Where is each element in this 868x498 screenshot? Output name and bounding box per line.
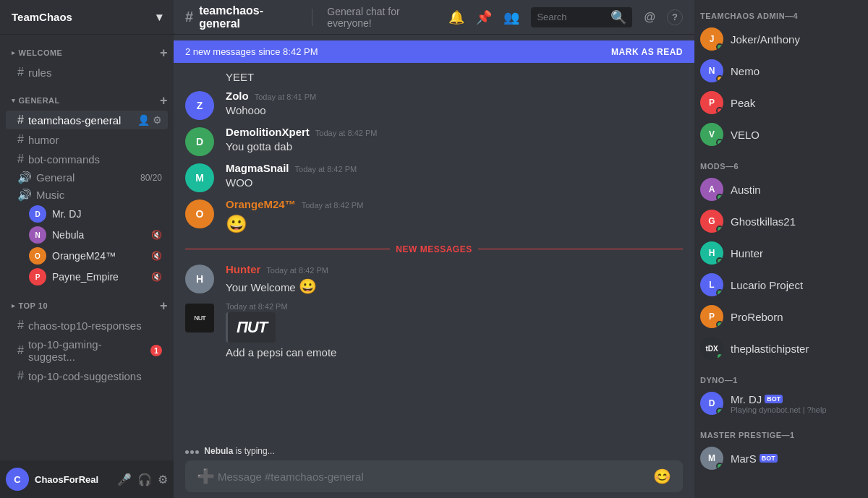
message-text: Wohooo bbox=[226, 103, 683, 119]
dyno-category: DYNO—1 bbox=[694, 364, 868, 387]
channel-title: # teamchaos-general bbox=[185, 4, 297, 30]
status-online-dot bbox=[716, 139, 723, 146]
member-avatar-plastic: tDX bbox=[700, 337, 723, 360]
muted-nebula-icon: 🔇 bbox=[151, 230, 162, 240]
message-input[interactable] bbox=[218, 471, 650, 483]
member-lucario[interactable]: L Lucario Project bbox=[694, 269, 868, 301]
message-header: DemolitionXpert Today at 8:42 PM bbox=[226, 126, 683, 138]
unread-badge: 1 bbox=[150, 345, 162, 356]
member-name-nemo: Nemo bbox=[731, 65, 760, 77]
status-online-dot bbox=[716, 226, 723, 233]
search-box[interactable]: 🔍 bbox=[531, 7, 632, 27]
voice-avatar-nebula: N bbox=[29, 226, 46, 244]
typing-dot-1 bbox=[185, 450, 189, 454]
add-channel-welcome-icon[interactable]: + bbox=[160, 46, 168, 59]
channel-humor[interactable]: # humor bbox=[6, 130, 168, 149]
message-timestamp: Today at 8:42 PM bbox=[266, 266, 328, 275]
add-members-icon[interactable]: 👤 bbox=[137, 114, 150, 126]
member-proreborn[interactable]: P ProReborn bbox=[694, 301, 868, 332]
message-group: Z Zolo Today at 8:41 PM Wohooo bbox=[174, 87, 694, 123]
member-peak[interactable]: P Peak bbox=[694, 87, 868, 119]
member-avatar-ghost: G bbox=[700, 210, 723, 233]
message-content: OrangeM24™ Today at 8:42 PM 😀 bbox=[226, 198, 683, 236]
member-theplastichipster[interactable]: tDX theplastichipster bbox=[694, 332, 868, 364]
message-timestamp: Today at 8:42 PM bbox=[302, 201, 364, 210]
voice-user-mrdjh[interactable]: D Mr. DJ bbox=[6, 204, 168, 224]
server-header[interactable]: TeamChaos ▾ bbox=[0, 0, 174, 35]
channel-rules[interactable]: # rules bbox=[6, 63, 168, 82]
message-avatar: O bbox=[185, 199, 214, 228]
channel-teamchaos-general[interactable]: # teamchaos-general 👤 ⚙ bbox=[6, 111, 168, 129]
channel-top10-cod[interactable]: # top-10-cod-suggestions bbox=[6, 366, 168, 385]
members-icon[interactable]: 👥 bbox=[503, 9, 519, 25]
message-header: MagmaSnail Today at 8:42 PM bbox=[226, 162, 683, 174]
channel-chaos-top10[interactable]: # chaos-top10-responses bbox=[6, 316, 168, 335]
member-name-mrdj: Mr. DJ bbox=[731, 393, 762, 405]
user-settings-icon[interactable]: ⚙ bbox=[158, 473, 168, 486]
pin-icon[interactable]: 📌 bbox=[476, 9, 492, 25]
chat-header-actions: 🔔 📌 👥 🔍 @ ? bbox=[448, 7, 683, 27]
user-panel: C ChaosForReal 🎤 🎧 ⚙ bbox=[0, 460, 174, 498]
emoji-picker-icon[interactable]: 😊 bbox=[650, 468, 674, 485]
mark-as-read-button[interactable]: MARK AS READ bbox=[611, 47, 683, 57]
message-header: Zolo Today at 8:41 PM bbox=[226, 90, 683, 102]
message-timestamp: Today at 8:42 PM bbox=[295, 165, 357, 173]
add-file-icon[interactable]: ➕ bbox=[194, 468, 218, 485]
status-online-dot bbox=[716, 257, 723, 265]
message-timestamp: Today at 8:42 PM bbox=[315, 129, 378, 137]
member-velo[interactable]: V VELO bbox=[694, 119, 868, 150]
hash-top10-icon: # bbox=[17, 319, 24, 332]
collapse-top10-icon: ▸ bbox=[12, 302, 16, 309]
muted-payne-icon: 🔇 bbox=[151, 272, 162, 282]
voice-avatar-orange: O bbox=[29, 247, 46, 265]
member-ghostkillas[interactable]: G Ghostkillas21 bbox=[694, 205, 868, 237]
message-group: O OrangeM24™ Today at 8:42 PM 😀 😄 ⋯ bbox=[174, 195, 694, 239]
headset-icon[interactable]: 🎧 bbox=[137, 473, 152, 486]
mic-icon[interactable]: 🎤 bbox=[117, 473, 132, 486]
header-divider bbox=[312, 9, 312, 26]
help-icon[interactable]: ? bbox=[667, 9, 683, 25]
hash-gaming-icon: # bbox=[17, 344, 24, 357]
mention-at-icon[interactable]: @ bbox=[644, 11, 655, 24]
message-header: Hunter Today at 8:42 PM bbox=[226, 263, 683, 275]
message-input-box: ➕ 😊 bbox=[185, 460, 683, 492]
member-austin[interactable]: A Austin bbox=[694, 173, 868, 205]
voice-music[interactable]: 🔊 Music bbox=[6, 186, 168, 203]
voice-icon: 🔊 bbox=[17, 171, 32, 184]
settings-icon[interactable]: ⚙ bbox=[153, 114, 162, 126]
members-list: TEAMCHAOS ADMIN—4 J Joker/Anthony N Nemo… bbox=[694, 0, 868, 498]
channel-bot-commands[interactable]: # bot-commands bbox=[6, 150, 168, 168]
notification-bell-icon[interactable]: 🔔 bbox=[448, 9, 464, 25]
message-text: YEET bbox=[226, 70, 683, 85]
message-content: DemolitionXpert Today at 8:42 PM You got… bbox=[226, 126, 683, 156]
member-hunter[interactable]: H Hunter bbox=[694, 237, 868, 269]
channel-top10-gaming[interactable]: # top-10-gaming-suggest... 1 bbox=[6, 335, 168, 366]
member-name-austin: Austin bbox=[731, 184, 761, 196]
status-dnd-dot bbox=[716, 107, 723, 114]
member-mars[interactable]: M MarS BOT bbox=[694, 442, 868, 474]
master-prestige-category: MASTER PRESTIGE—1 bbox=[694, 419, 868, 442]
user-name: ChaosForReal bbox=[35, 474, 111, 485]
message-group: H Hunter Today at 8:42 PM Your Welcome 😀 bbox=[174, 260, 694, 300]
message-content: MagmaSnail Today at 8:42 PM WOO bbox=[226, 162, 683, 192]
member-mrdj[interactable]: D Mr. DJ BOT Playing dynobot.net | ?help bbox=[694, 387, 868, 419]
message-text: Add a pepsi can emote bbox=[226, 345, 683, 361]
voice-general[interactable]: 🔊 General 80/20 bbox=[6, 169, 168, 186]
search-input[interactable] bbox=[537, 12, 610, 22]
member-joker[interactable]: J Joker/Anthony bbox=[694, 23, 868, 55]
member-name-row-mrdj: Mr. DJ BOT bbox=[731, 393, 827, 405]
member-name-row-mars: MarS BOT bbox=[731, 452, 778, 465]
voice-user-payne[interactable]: P Payne_Empire 🔇 bbox=[6, 267, 168, 287]
member-info-mrdj: Mr. DJ BOT Playing dynobot.net | ?help bbox=[731, 393, 827, 414]
member-avatar-hunter: H bbox=[700, 241, 723, 265]
member-nemo[interactable]: N Nemo bbox=[694, 55, 868, 87]
hash-bot-icon: # bbox=[17, 153, 24, 166]
add-channel-top10-icon[interactable]: + bbox=[160, 299, 168, 312]
muted-orange-icon: 🔇 bbox=[151, 251, 162, 261]
section-welcome: ▸ WELCOME + bbox=[0, 35, 174, 62]
add-channel-general-icon[interactable]: + bbox=[160, 94, 168, 107]
section-collapse-icon: ▸ WELCOME bbox=[12, 48, 62, 57]
voice-user-nebula[interactable]: N Nebula 🔇 bbox=[6, 225, 168, 245]
typing-text: Nebula is typing... bbox=[204, 446, 274, 456]
voice-user-orange[interactable]: O OrangeM24™ 🔇 bbox=[6, 246, 168, 266]
